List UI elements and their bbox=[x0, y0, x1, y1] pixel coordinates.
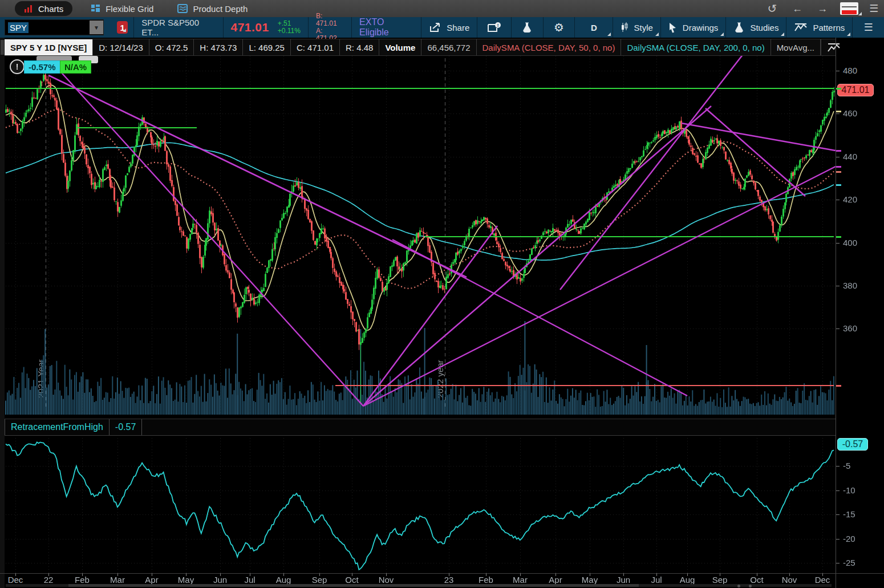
style-button[interactable]: Style bbox=[613, 17, 660, 38]
time-axis-tick bbox=[319, 573, 320, 576]
symbol-box-wrap: SPY ▼ bbox=[0, 17, 111, 38]
study-axis-tick bbox=[836, 563, 840, 563]
style-label: Style bbox=[634, 23, 652, 33]
time-axis-label: 23 bbox=[444, 575, 454, 585]
na-percent-chip[interactable]: N/A% bbox=[60, 60, 91, 74]
header-volume-value: 66,456,772 bbox=[421, 39, 476, 55]
study-axis-tick bbox=[836, 490, 840, 491]
timeframe-button[interactable]: D bbox=[574, 17, 613, 38]
time-axis-label: Apr bbox=[549, 575, 562, 585]
study-axis-tick bbox=[836, 514, 840, 515]
axis-color-dash bbox=[836, 171, 841, 173]
header-movavg[interactable]: MovAvg... bbox=[771, 39, 821, 55]
warning-icon[interactable]: ! bbox=[10, 59, 25, 74]
symbol-dropdown-button[interactable]: ▼ bbox=[90, 21, 103, 34]
linked-group-badge[interactable]: 1 bbox=[117, 21, 128, 34]
drawings-button[interactable]: Drawings bbox=[660, 17, 726, 38]
price-axis-label: 480 bbox=[843, 66, 857, 75]
settings-button[interactable]: ⚙ bbox=[543, 17, 575, 38]
axis-color-dash bbox=[836, 88, 841, 90]
time-axis-tick bbox=[15, 573, 16, 576]
undo-icon[interactable]: ↺ bbox=[760, 2, 785, 15]
back-arrow-icon[interactable]: ← bbox=[785, 3, 810, 15]
symbol-input[interactable]: SPY ▼ bbox=[5, 19, 104, 35]
study-name[interactable]: RetracementFromHigh bbox=[5, 419, 110, 435]
horizontal-scrollbar[interactable] bbox=[6, 584, 832, 587]
price-axis-tick bbox=[836, 157, 840, 157]
header-low: L: 469.25 bbox=[243, 39, 291, 55]
tab-flexible-grid[interactable]: Flexible Grid bbox=[80, 0, 164, 17]
price-chart-canvas[interactable] bbox=[0, 56, 836, 415]
patterns-button[interactable]: Patterns bbox=[786, 17, 852, 38]
studies-button[interactable]: Studies bbox=[725, 17, 786, 38]
time-axis-tick bbox=[687, 573, 688, 576]
time-axis-tick bbox=[590, 573, 590, 576]
study-value-axis-badge: -0.57 bbox=[837, 438, 868, 451]
layout-switcher-button[interactable] bbox=[835, 0, 863, 17]
alert-button[interactable]: ! bbox=[477, 17, 511, 38]
candlestick-icon bbox=[621, 22, 628, 33]
left-gutter bbox=[0, 38, 5, 588]
time-axis-tick bbox=[48, 573, 49, 576]
time-axis-label: May bbox=[178, 575, 194, 585]
time-axis-tick bbox=[352, 573, 352, 576]
retracement-percent-chip[interactable]: -0.57% bbox=[24, 60, 60, 74]
price-change: +.51+0.11% bbox=[277, 17, 308, 38]
time-axis-label: Apr bbox=[145, 575, 158, 585]
time-axis-label: Oct bbox=[345, 575, 358, 585]
time-axis-label: Feb bbox=[75, 575, 90, 585]
time-axis-label: Mar bbox=[513, 575, 528, 585]
study-axis-tick bbox=[836, 539, 840, 540]
grid-icon bbox=[91, 4, 100, 13]
time-axis-label: Feb bbox=[479, 575, 493, 585]
time-axis-label: Aug bbox=[680, 575, 695, 585]
time-axis-label: Dec bbox=[8, 575, 23, 585]
top-tab-bar: Charts Flexible Grid Product Depth ↺ ← →… bbox=[0, 0, 884, 17]
axis-color-dash bbox=[836, 111, 841, 112]
tab-charts[interactable]: Charts bbox=[15, 1, 72, 16]
study-chart-canvas[interactable] bbox=[0, 435, 836, 573]
flask-icon bbox=[521, 22, 533, 33]
patterns-icon bbox=[794, 22, 808, 33]
header-sma200[interactable]: DailySMA (CLOSE, DAY, 200, 0, no) bbox=[621, 39, 771, 55]
price-axis-label: 460 bbox=[843, 108, 857, 118]
analyze-button[interactable] bbox=[511, 17, 543, 38]
bid-ask: B: 471.01A: 471.02 bbox=[308, 17, 351, 38]
drawings-label: Drawings bbox=[683, 23, 719, 33]
study-axis-tick bbox=[836, 466, 840, 467]
time-axis-label: Mar bbox=[110, 575, 125, 585]
study-axis-label: -10 bbox=[843, 485, 855, 495]
symbol-name-label: SPDR S&P500 ET... bbox=[141, 18, 215, 37]
tab-product-depth[interactable]: Product Depth bbox=[167, 0, 258, 17]
gutter-handle[interactable] bbox=[1, 40, 4, 55]
last-price-axis-badge: 471.01 bbox=[837, 84, 874, 96]
time-axis-label: Sep bbox=[712, 575, 728, 585]
change-percent: +0.11% bbox=[278, 27, 301, 35]
share-label: Share bbox=[447, 23, 469, 33]
nav-dot-2[interactable] bbox=[749, 585, 752, 587]
forward-arrow-icon[interactable]: → bbox=[810, 3, 835, 15]
timeframe-label: D bbox=[591, 23, 597, 33]
autoscale-button[interactable] bbox=[821, 39, 846, 55]
chart-title-chip[interactable]: SPY 5 Y 1D [NYSE] bbox=[5, 39, 93, 55]
time-axis-label: Jul bbox=[244, 575, 255, 585]
gear-icon: ⚙ bbox=[554, 21, 564, 34]
share-icon bbox=[429, 22, 441, 33]
time-axis-tick bbox=[486, 573, 486, 576]
topbar-menu-icon[interactable]: ☰ bbox=[863, 2, 884, 15]
time-axis-tick bbox=[220, 573, 221, 576]
exto-eligible[interactable]: EXTO Eligible bbox=[351, 17, 421, 38]
bar-chart-icon bbox=[24, 5, 33, 13]
study-axis-label: -25 bbox=[843, 558, 855, 567]
toolbar-menu[interactable]: ☰ bbox=[852, 17, 884, 38]
price-axis-tick bbox=[836, 243, 840, 244]
time-axis-label: Oct bbox=[750, 575, 763, 585]
nav-dot-1[interactable] bbox=[737, 585, 740, 587]
share-button[interactable]: Share bbox=[421, 17, 477, 38]
price-axis-label: 440 bbox=[843, 152, 857, 161]
scrollbar-thumb[interactable] bbox=[68, 584, 639, 587]
axis-color-dash bbox=[836, 166, 841, 168]
axis-color-dash bbox=[836, 385, 841, 387]
header-sma50[interactable]: DailySMA (CLOSE, DAY, 50, 0, no) bbox=[477, 39, 622, 55]
price-axis-tick bbox=[836, 329, 840, 329]
